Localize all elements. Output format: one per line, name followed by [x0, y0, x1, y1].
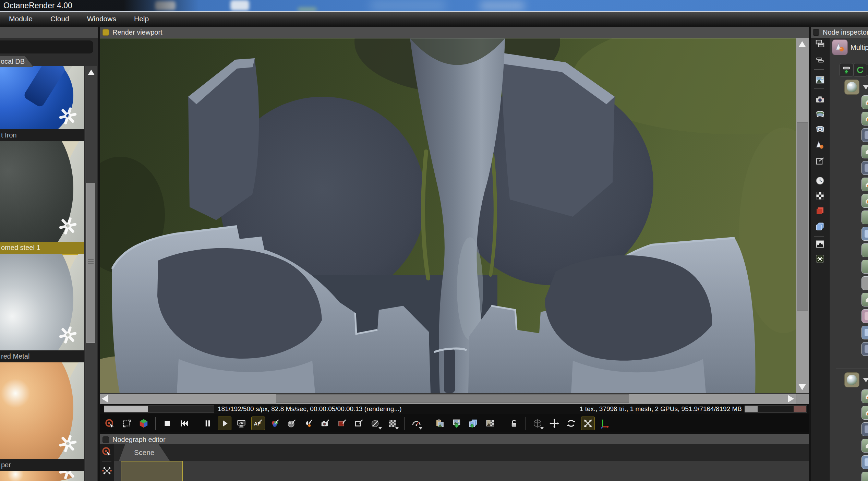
nodegraph-canvas[interactable]	[114, 461, 809, 481]
pick-material-button[interactable]	[102, 446, 112, 457]
material-preview[interactable]	[0, 362, 84, 459]
node-item-icon-goy[interactable]	[861, 194, 868, 208]
square-arrow-button[interactable]	[815, 156, 825, 166]
panel-toggle-icon[interactable]	[103, 29, 109, 36]
node-item-icon-go[interactable]	[861, 95, 868, 109]
scrollbar-thumb[interactable]	[797, 122, 808, 311]
scrollbar-thumb[interactable]	[86, 183, 95, 343]
tab-scene[interactable]: Scene	[119, 444, 170, 461]
material-scrollbar[interactable]	[85, 66, 97, 481]
post-processing-button[interactable]	[302, 417, 315, 430]
save-deep-image-button[interactable]	[483, 417, 497, 430]
material-preview[interactable]	[0, 141, 84, 242]
rgb-channels-button[interactable]	[137, 417, 150, 430]
image-button[interactable]	[815, 75, 825, 85]
material-preview[interactable]	[0, 471, 84, 481]
upload-db-button[interactable]	[840, 63, 853, 77]
sphere-node-icon[interactable]	[844, 80, 859, 95]
copy-image-button[interactable]	[433, 417, 447, 430]
restart-button[interactable]	[177, 417, 191, 430]
node-item-icon-gh[interactable]	[861, 145, 868, 158]
background-button[interactable]	[386, 417, 399, 430]
node-group-row[interactable]	[844, 372, 868, 387]
move-camera-button[interactable]	[547, 417, 561, 430]
checker-bw-button[interactable]	[815, 191, 825, 201]
menu-help[interactable]: Help	[134, 15, 149, 23]
white-balance-button[interactable]	[268, 417, 282, 430]
menu-cloud[interactable]: Cloud	[50, 15, 69, 23]
dropdown-icon[interactable]	[395, 427, 399, 430]
rotate-camera-button[interactable]	[564, 417, 578, 430]
node-item-icon-gh[interactable]	[861, 439, 868, 453]
node-item-icon-gh[interactable]	[861, 293, 868, 306]
node-item-icon-pink[interactable]	[861, 309, 868, 323]
node-item-icon-goy[interactable]	[861, 112, 868, 125]
save-image-button[interactable]	[450, 417, 463, 430]
stack-bars-button[interactable]	[815, 55, 825, 65]
node-item-icon-g[interactable]	[861, 472, 868, 481]
camera-button[interactable]	[815, 94, 825, 105]
scroll-left-icon[interactable]	[102, 395, 108, 402]
panel-toggle-icon[interactable]	[813, 29, 819, 36]
render-image[interactable]	[100, 38, 796, 393]
node-item-icon-go[interactable]	[861, 178, 868, 191]
material-preview[interactable]	[0, 254, 84, 350]
node-item-icon-blue[interactable]	[861, 227, 868, 241]
focus-picker-button[interactable]	[369, 417, 383, 430]
scroll-up-icon[interactable]	[88, 70, 95, 75]
sub-sampling-button[interactable]	[234, 417, 248, 430]
nodegraph-header[interactable]: Nodegraph editor	[100, 434, 809, 445]
node-item-icon-go[interactable]	[861, 406, 868, 420]
pause-button[interactable]	[201, 417, 215, 430]
play-button[interactable]	[218, 417, 231, 430]
lock-resolution-button[interactable]	[120, 417, 134, 430]
render-viewport-header[interactable]: Render viewport	[100, 27, 809, 38]
node-item-icon-slate[interactable]	[861, 422, 868, 436]
pick-material-button[interactable]	[103, 417, 117, 430]
node-item-icon-g[interactable]	[861, 211, 868, 224]
refresh-button[interactable]	[853, 63, 867, 77]
save-all-passes-button[interactable]	[467, 417, 480, 430]
node-inspector-header[interactable]: Node inspector	[811, 27, 868, 38]
node-item-icon-blue[interactable]	[861, 455, 868, 469]
material-cone-button[interactable]	[815, 140, 825, 150]
graph-nodes-button[interactable]	[102, 466, 112, 476]
menu-module[interactable]: Module	[9, 15, 33, 23]
film-region-button[interactable]	[352, 417, 366, 430]
node-item-icon-g[interactable]	[861, 260, 868, 274]
viewport-hscrollbar[interactable]	[100, 394, 796, 404]
cube-red-button[interactable]	[815, 206, 825, 216]
scrollbar-thumb[interactable]	[276, 394, 629, 403]
material-label[interactable]: per	[0, 459, 84, 471]
material-search-field[interactable]	[0, 40, 93, 53]
node-item-icon-slate[interactable]	[861, 128, 868, 142]
node-item-icon-slate[interactable]	[861, 161, 868, 175]
lock-image-button[interactable]	[507, 417, 521, 430]
material-node-icon[interactable]	[832, 39, 848, 55]
material-label[interactable]: t Iron	[0, 129, 84, 141]
stop-button[interactable]	[160, 417, 174, 430]
collapse-icon[interactable]	[863, 378, 868, 382]
dropdown-icon[interactable]	[419, 427, 422, 430]
film-eye-button[interactable]	[815, 124, 825, 134]
collapse-icon[interactable]	[863, 85, 868, 89]
node-item-icon-blue[interactable]	[861, 326, 868, 339]
render-area[interactable]	[100, 38, 809, 393]
node-item-icon-gray[interactable]	[861, 276, 868, 290]
layers-blue-button[interactable]	[815, 221, 825, 231]
scale-camera-button[interactable]	[581, 417, 595, 430]
scroll-up-icon[interactable]	[798, 41, 806, 47]
node-item-icon-go[interactable]	[861, 389, 868, 403]
object-picker-button[interactable]	[531, 417, 544, 430]
material-label[interactable]: omed steel 1	[0, 242, 84, 254]
menu-windows[interactable]: Windows	[87, 15, 116, 23]
world-axes-button[interactable]	[598, 417, 612, 430]
material-label[interactable]: red Metal	[0, 350, 84, 362]
material-preview[interactable]	[0, 66, 84, 129]
imager-button[interactable]	[285, 417, 299, 430]
starburst-button[interactable]	[815, 254, 825, 264]
stack-windows-button[interactable]	[815, 38, 825, 49]
dropdown-icon[interactable]	[378, 427, 382, 430]
autofocus-button[interactable]: AF	[251, 417, 265, 430]
inspected-node-row[interactable]: Multip	[832, 39, 868, 55]
